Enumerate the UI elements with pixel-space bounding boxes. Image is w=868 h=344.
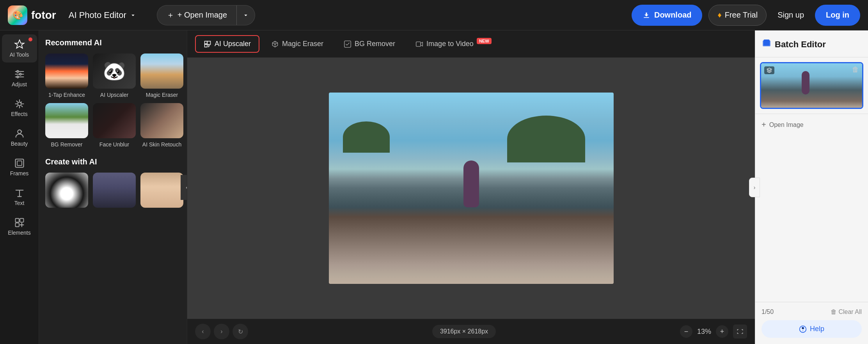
svg-point-16 xyxy=(802,330,803,331)
sidebar-label-ai-tools: AI Tools xyxy=(10,52,29,58)
new-badge: NEW xyxy=(477,38,492,44)
svg-rect-7 xyxy=(15,219,19,222)
zoom-level: 13% xyxy=(697,328,711,336)
svg-rect-9 xyxy=(15,223,19,226)
free-trial-button[interactable]: ♦ Free Trial xyxy=(708,5,767,26)
create-with-ai-title: Create with AI xyxy=(45,157,181,166)
navbar: 🎨 fotor AI Photo Editor ＋ + Open Image D… xyxy=(0,0,868,30)
tool-create-3[interactable] xyxy=(140,173,183,208)
prev-button[interactable]: ‹ xyxy=(195,324,211,339)
clear-all-label: Clear All xyxy=(838,308,862,315)
image-count: 1/50 xyxy=(761,308,774,315)
tab-bg-remover-label: BG Remover xyxy=(355,40,395,48)
rotate-button[interactable]: ↻ xyxy=(233,324,248,339)
diamond-icon: ♦ xyxy=(717,11,721,20)
logo-area: 🎨 fotor xyxy=(8,5,56,25)
main-layout: AI Tools Adjust Effects xyxy=(0,30,868,344)
person-silhouette xyxy=(463,160,479,207)
delete-preview-button[interactable]: 🗑 xyxy=(852,66,859,74)
svg-point-4 xyxy=(18,130,21,134)
ai-tools-icon xyxy=(14,39,25,50)
sidebar-label-frames: Frames xyxy=(10,170,28,176)
tool-name-bg-remover: BG Remover xyxy=(51,141,83,148)
canvas-bottom-bar: ‹ › ↻ 3916px × 2618px − 13% + xyxy=(187,319,755,344)
tool-create-1[interactable] xyxy=(45,173,88,208)
tab-ai-upscaler[interactable]: AI Upscaler xyxy=(195,35,259,53)
bg-remover-tab-icon xyxy=(344,40,351,48)
next-button[interactable]: › xyxy=(214,324,229,339)
sidebar-item-effects[interactable]: Effects xyxy=(2,94,37,122)
center-area: AI Upscaler Magic Eraser BG Remover xyxy=(187,30,755,344)
right-sidebar-footer: 1/50 🗑 Clear All Help xyxy=(755,302,868,344)
login-button[interactable]: Log in xyxy=(815,5,860,26)
sidebar-item-ai-tools[interactable]: AI Tools xyxy=(2,34,37,62)
sidebar-item-frames[interactable]: Frames xyxy=(2,153,37,181)
minus-icon: − xyxy=(684,328,689,336)
image-to-video-tab-icon xyxy=(415,40,423,48)
free-trial-label: Free Trial xyxy=(725,11,758,20)
fotor-logo[interactable]: 🎨 xyxy=(8,5,27,25)
zoom-in-button[interactable]: + xyxy=(716,325,728,338)
help-circle-icon xyxy=(799,325,807,333)
open-image-dropdown-button[interactable] xyxy=(236,5,255,25)
chevron-down-icon xyxy=(242,12,249,19)
open-image-button[interactable]: ＋ + Open Image xyxy=(157,5,236,25)
open-image-right-button[interactable]: + Open Image xyxy=(755,114,868,135)
canvas-image-inner xyxy=(329,93,614,284)
sidebar-item-text[interactable]: Text xyxy=(2,183,37,211)
svg-point-1 xyxy=(20,73,21,75)
tool-name-skin-retouch: AI Skin Retouch xyxy=(142,141,181,148)
chevron-down-icon xyxy=(130,12,137,19)
tool-bg-remover[interactable]: BG Remover xyxy=(45,103,88,148)
tab-image-to-video[interactable]: Image to Video NEW xyxy=(407,35,500,53)
sidebar-spacer xyxy=(755,135,868,302)
right-sidebar-collapse-button[interactable]: › xyxy=(749,178,760,197)
tab-magic-eraser-label: Magic Eraser xyxy=(282,40,323,48)
tool-thumbnail-bg-remover xyxy=(45,103,88,138)
open-image-button-group: ＋ + Open Image xyxy=(157,5,255,25)
clear-all-button[interactable]: 🗑 Clear All xyxy=(831,308,862,315)
tool-create-2[interactable] xyxy=(93,173,136,208)
help-button[interactable]: Help xyxy=(761,320,862,338)
sidebar-item-beauty[interactable]: Beauty xyxy=(2,123,37,152)
canvas-area xyxy=(187,58,755,319)
image-dimensions: 3916px × 2618px xyxy=(432,325,496,338)
fit-to-screen-button[interactable] xyxy=(733,324,747,339)
tool-magic-eraser[interactable]: Magic Eraser xyxy=(140,53,183,98)
zoom-out-button[interactable]: − xyxy=(680,325,692,338)
app-selector-label: AI Photo Editor xyxy=(69,10,126,20)
signup-button[interactable]: Sign up xyxy=(773,11,809,20)
tool-ai-skin-retouch[interactable]: AI Skin Retouch xyxy=(140,103,183,148)
svg-point-3 xyxy=(18,102,21,105)
app-selector[interactable]: AI Photo Editor xyxy=(62,7,143,23)
tools-panel: Recommend AI 1-Tap Enhance 🐼 AI Upscaler… xyxy=(39,30,187,344)
text-icon xyxy=(14,187,25,198)
sidebar-item-adjust[interactable]: Adjust xyxy=(2,64,37,92)
beauty-icon xyxy=(14,128,25,139)
panel-collapse-button[interactable]: ‹ xyxy=(181,175,187,200)
fit-screen-icon xyxy=(737,328,744,335)
tool-ai-upscaler[interactable]: 🐼 AI Upscaler xyxy=(93,53,136,98)
island-left xyxy=(343,121,390,153)
plus-icon: + xyxy=(720,328,724,336)
preview-layers-overlay xyxy=(764,66,774,74)
sidebar-item-elements[interactable]: Elements xyxy=(2,212,37,241)
island-right xyxy=(507,116,585,162)
arrow-right-icon: › xyxy=(220,328,222,335)
tab-bg-remover[interactable]: BG Remover xyxy=(335,35,404,53)
tab-magic-eraser[interactable]: Magic Eraser xyxy=(263,35,332,53)
batch-editor-title: Batch Editor xyxy=(775,39,826,50)
tool-tabs-bar: AI Upscaler Magic Eraser BG Remover xyxy=(187,30,755,58)
tool-1tap-enhance[interactable]: 1-Tap Enhance xyxy=(45,53,88,98)
sidebar-label-elements: Elements xyxy=(8,230,30,236)
frames-icon xyxy=(14,158,25,169)
elements-icon xyxy=(14,217,25,228)
download-label: Download xyxy=(654,11,692,20)
upscaler-tab-icon xyxy=(204,40,211,48)
batch-editor-icon xyxy=(761,38,772,51)
left-sidebar: AI Tools Adjust Effects xyxy=(0,30,39,344)
tool-face-unblur[interactable]: Face Unblur xyxy=(93,103,136,148)
download-button[interactable]: Download xyxy=(632,5,703,26)
adjust-icon xyxy=(14,69,25,80)
notification-dot xyxy=(28,37,32,41)
